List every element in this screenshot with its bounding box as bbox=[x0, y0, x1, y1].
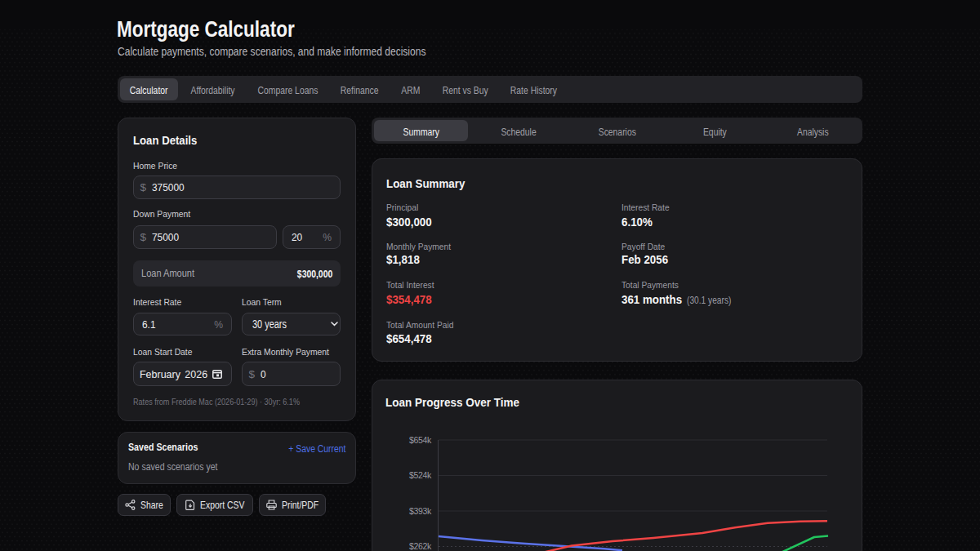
svg-text:$654k: $654k bbox=[409, 435, 432, 445]
svg-text:$393k: $393k bbox=[409, 506, 432, 516]
svg-text:$262k: $262k bbox=[409, 541, 432, 551]
svg-text:$524k: $524k bbox=[409, 470, 432, 480]
